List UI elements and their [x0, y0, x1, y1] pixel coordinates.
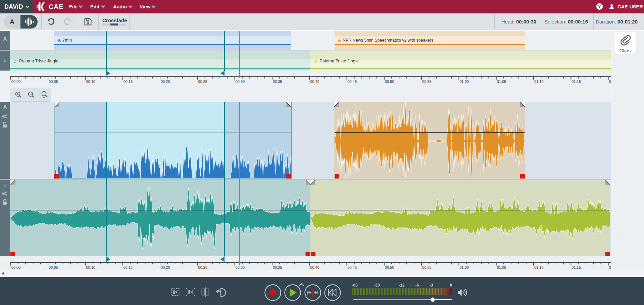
svg-text:♫: ♫	[3, 57, 7, 63]
svg-text:01:00: 01:00	[459, 80, 469, 84]
svg-text:00:15: 00:15	[123, 80, 133, 84]
svg-text:01:00: 01:00	[459, 265, 469, 269]
svg-text:-12: -12	[399, 283, 405, 288]
svg-text:NPR News 5min Speechmatics v2: NPR News 5min Speechmatics v2 with speak…	[343, 38, 433, 43]
svg-text:01:10: 01:10	[534, 265, 544, 269]
svg-text:00:25: 00:25	[198, 80, 207, 84]
svg-text:00:40: 00:40	[310, 80, 319, 84]
svg-text:00:35: 00:35	[273, 80, 282, 84]
svg-text:00:20: 00:20	[161, 265, 170, 269]
svg-text:Paloma Triste Jingle: Paloma Triste Jingle	[19, 58, 58, 63]
svg-text:00:50: 00:50	[385, 80, 394, 84]
svg-text:00:00: 00:00	[11, 265, 21, 269]
svg-text:-6: -6	[415, 283, 419, 288]
svg-text:00:05: 00:05	[49, 80, 58, 84]
svg-text:01:15: 01:15	[572, 80, 581, 84]
svg-text:♫: ♫	[314, 58, 317, 64]
svg-text:00:55: 00:55	[422, 80, 432, 84]
svg-text:A: A	[3, 104, 7, 110]
svg-text:00:40: 00:40	[310, 265, 319, 269]
svg-text:01:05: 01:05	[497, 80, 506, 84]
svg-text:A: A	[58, 38, 61, 43]
svg-text:00:15: 00:15	[123, 265, 133, 269]
svg-text:00:45: 00:45	[348, 265, 357, 269]
svg-text:♫: ♫	[3, 183, 7, 188]
svg-text:00:00: 00:00	[11, 80, 21, 84]
svg-text:-3: -3	[430, 283, 433, 288]
svg-text:A: A	[3, 36, 7, 42]
svg-text:A: A	[338, 38, 341, 43]
svg-text:00:25: 00:25	[198, 265, 207, 269]
svg-text:Paloma Triste Jingle: Paloma Triste Jingle	[319, 58, 359, 63]
svg-text:01:10: 01:10	[534, 80, 544, 84]
svg-text:-60: -60	[352, 283, 358, 288]
svg-text:00:30: 00:30	[236, 80, 245, 84]
svg-text:00:20: 00:20	[161, 80, 170, 84]
svg-text:01:05: 01:05	[497, 265, 506, 269]
svg-text:00:45: 00:45	[348, 80, 357, 84]
svg-text:00:50: 00:50	[385, 265, 394, 269]
svg-text:0: 0	[450, 283, 452, 288]
svg-text:00:10: 00:10	[86, 80, 95, 84]
svg-text:7min: 7min	[62, 38, 72, 43]
svg-text:-30: -30	[374, 283, 380, 288]
svg-text:00:05: 00:05	[49, 265, 58, 269]
svg-text:00:55: 00:55	[422, 265, 432, 269]
svg-text:01:15: 01:15	[572, 265, 581, 269]
svg-text:00:30: 00:30	[236, 265, 245, 269]
svg-text:00:35: 00:35	[273, 265, 282, 269]
svg-text:♫: ♫	[13, 58, 17, 64]
svg-text:00:10: 00:10	[86, 265, 95, 269]
